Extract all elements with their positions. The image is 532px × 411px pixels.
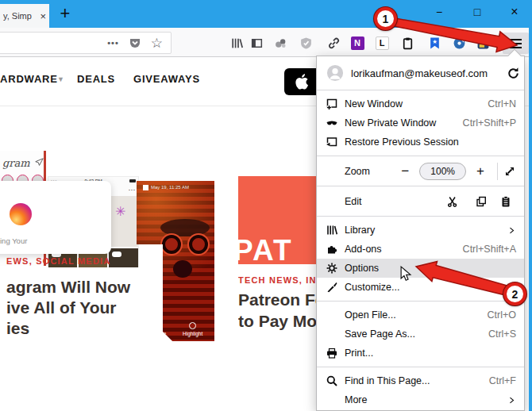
onenote-icon[interactable]: N [347, 33, 368, 53]
menu-item-options[interactable]: Options [317, 259, 524, 278]
archive-thumbnail: ✳ [109, 196, 138, 247]
maximize-button[interactable]: □ [463, 0, 492, 24]
story-photo-detail [189, 235, 208, 254]
tab-close-icon[interactable]: × [40, 11, 46, 21]
zoom-level-value[interactable]: 100% [419, 163, 466, 180]
story-photo-detail [160, 219, 210, 236]
l-extension-icon[interactable]: L [372, 33, 392, 53]
highlight-icon [189, 322, 196, 329]
restore-session-icon [325, 136, 338, 149]
menu-item-library[interactable]: Library [317, 221, 524, 240]
edit-label: Edit [345, 196, 438, 207]
step-1-badge: 1 [374, 7, 397, 30]
archive-thumbnail [109, 248, 138, 267]
paste-icon[interactable] [495, 195, 516, 208]
account-row[interactable]: lorikaufman@makeuseof.com [317, 56, 524, 90]
apple-logo-icon [295, 73, 310, 90]
copy-icon[interactable] [467, 195, 495, 208]
add-ons-puzzle-icon [325, 243, 338, 256]
page-actions-icon[interactable]: ••• [107, 38, 119, 48]
account-avatar-icon [326, 64, 344, 82]
nav-giveaways[interactable]: GIVEAWAYS [133, 73, 200, 85]
clipboard-icon[interactable] [397, 33, 418, 53]
browser-tab[interactable]: y, Simp × [0, 4, 49, 28]
svg-text:★: ★ [432, 38, 438, 45]
close-button[interactable]: × [500, 0, 529, 24]
zoom-in-button[interactable]: + [469, 163, 492, 179]
disc-extension-icon[interactable] [449, 33, 469, 53]
menu-item-find-in-this-page[interactable]: Find in This Page... Ctrl+F [317, 371, 524, 390]
new-tab-button[interactable]: + [54, 2, 76, 25]
menu-item-print[interactable]: Print... [317, 344, 524, 363]
sidebar-icon[interactable] [246, 33, 267, 53]
bookmark-star-icon[interactable]: ☆ [151, 36, 163, 50]
tab-title: y, Simp [3, 11, 37, 21]
search-icon [325, 375, 338, 388]
highlight-button[interactable]: Highlight [183, 322, 202, 336]
submenu-chevron-icon [507, 226, 516, 235]
cut-icon[interactable] [438, 195, 467, 208]
menu-item-add-ons[interactable]: Add-ons Ctrl+Shift+A [317, 240, 524, 259]
browser-window: y, Simp × + − □ × ••• ☆ N L ★ [0, 0, 532, 411]
patreon-logo-text: PAT [238, 234, 293, 264]
window-right-border [529, 0, 532, 411]
toolbar-separator [499, 34, 500, 52]
middle-article-headline-line2[interactable]: to Pay Mo [238, 312, 317, 331]
minimize-button[interactable]: − [425, 0, 453, 24]
bookmark-ribbon-icon[interactable]: ★ [424, 33, 445, 53]
story-photo-detail [173, 260, 192, 278]
menu-item-customize[interactable]: Customize... [317, 278, 524, 297]
library-icon[interactable] [226, 33, 247, 53]
extension-spheres-icon[interactable] [270, 33, 291, 53]
fullscreen-icon[interactable] [503, 165, 516, 178]
more-dots-icon[interactable]: ⋯ [128, 186, 135, 194]
menu-item-more[interactable]: More [317, 390, 524, 409]
options-gear-icon [325, 262, 338, 275]
paper-plane-icon [35, 158, 44, 167]
address-bar[interactable]: ••• ☆ [0, 32, 172, 54]
menu-item-new-private-window[interactable]: New Private Window Ctrl+Shift+P [317, 113, 524, 133]
pocket-icon[interactable] [129, 36, 141, 49]
step-2-badge: 2 [503, 282, 526, 305]
menu-section-tools: Library Add-ons Ctrl+Shift+A Options [317, 217, 524, 302]
story-photo-detail [162, 235, 181, 254]
zoom-label: Zoom [345, 166, 394, 177]
battery-icon [129, 179, 136, 182]
menu-section-file: Open File... Ctrl+O Save Page As... Ctrl… [317, 302, 524, 367]
story-photo[interactable]: May 19, 11:25 AM Share Highlight [137, 181, 214, 341]
menu-section-windows: New Window Ctrl+N New Private Window Ctr… [317, 90, 524, 156]
print-icon [325, 347, 338, 360]
menu-item-save-page-as[interactable]: Save Page As... Ctrl+S [317, 325, 524, 344]
left-article-headline-line2[interactable]: ive All of Your [6, 298, 116, 317]
menu-item-open-file[interactable]: Open File... Ctrl+O [317, 305, 524, 325]
menu-zoom-row: Zoom − 100% + [317, 156, 524, 186]
menu-item-new-window[interactable]: New Window Ctrl+N [317, 94, 524, 113]
middle-article-category[interactable]: TECH NEWS, IN [238, 275, 317, 285]
instagram-logo-text: gram [2, 157, 30, 169]
shield-icon[interactable] [295, 33, 316, 53]
left-article-headline-line1[interactable]: agram Will Now [6, 278, 130, 297]
instagram-gradient-icon [10, 203, 32, 225]
library-icon [325, 224, 338, 237]
mouse-cursor [399, 266, 412, 282]
private-mask-icon [325, 117, 338, 130]
sync-icon[interactable] [502, 67, 525, 80]
addon-extension-icon[interactable] [472, 33, 493, 53]
menu-item-restore-previous-session[interactable]: Restore Previous Session [317, 133, 524, 152]
patreon-article-image[interactable]: PAT [238, 176, 317, 264]
nav-hardware[interactable]: ARDWARE [0, 73, 58, 85]
new-window-icon [325, 98, 338, 111]
zoom-out-button[interactable]: − [394, 163, 416, 179]
story-timestamp: May 19, 11:25 AM [143, 185, 189, 190]
left-article-headline-line3[interactable]: ies [6, 319, 29, 338]
nav-dropdown-caret-icon: ▼ [57, 75, 64, 83]
share-button[interactable]: Share [152, 322, 166, 336]
customize-brush-icon [325, 281, 338, 294]
share-icon [156, 322, 163, 329]
link-icon[interactable] [323, 33, 344, 53]
account-email: lorikaufman@makeuseof.com [351, 67, 488, 79]
left-article-category[interactable]: EWS, SOCIAL MEDIA [6, 256, 110, 266]
nav-deals[interactable]: DEALS [77, 73, 115, 85]
middle-article-headline-line1[interactable]: Patreon Fo [238, 290, 317, 309]
onenote-letter: N [351, 36, 364, 50]
